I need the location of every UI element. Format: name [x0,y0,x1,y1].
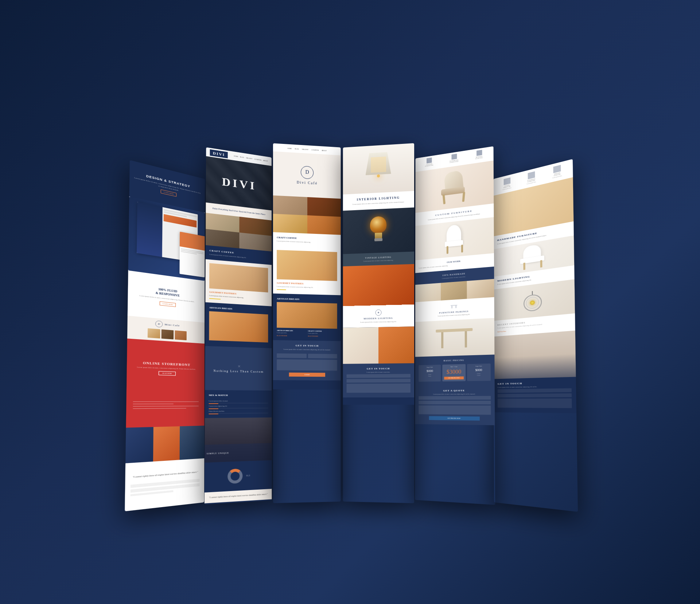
p4-contact-input-1[interactable] [346,374,410,378]
panel-5-furniture: CUSTOMFURNITURE HANDMADEFURNITURE MODERN… [415,146,495,505]
p2-simply-title: Nothing Less Than Custom [214,369,264,374]
p2-chart-section: 91.5 [205,460,272,493]
p3-input-email[interactable] [308,354,337,358]
p1-store-btn[interactable]: READ MORE [159,371,176,376]
p3-nav-gallery[interactable]: GALLERY [302,148,308,150]
p5-get-quote-section: GET A QUOTE Lorem ipsum dolor sit amet c… [415,384,495,425]
p5-gq-btn[interactable]: GET PRICING NOW [429,416,480,421]
panel-1-strategy: DESIGN & STRATEGY Lorem ipsum dolor sit … [125,160,205,511]
p5-table-img [415,318,495,357]
p5-table-leg-1 [441,332,443,348]
p3-af-title-1: ARTISAN BREADS [277,330,306,332]
p4-bulb-neck [374,232,382,238]
p2-photo-3 [206,229,239,248]
p2-form-label: GET IN TOUCH [208,503,268,505]
p6-icon-1 [503,177,510,185]
p3-nav-blog[interactable]: BLOG [295,148,299,150]
p5-pc-btn[interactable]: GET PRICING NOW [444,376,464,380]
p2-chart-label: 91.5 [246,474,250,476]
p6-interior-img [494,330,576,379]
p4-contact-textarea[interactable] [346,384,410,393]
svg-rect-3 [451,306,452,309]
p2-mix-item-2: Consectetur adipiscing elit [209,404,268,408]
p1-images-row [125,425,204,463]
p5-pc-feature-4: Feature [469,374,489,376]
p5-table-shape [436,324,472,351]
p4-lamp-bulb [377,174,380,177]
p6-git-input-1[interactable] [498,388,572,393]
p3-nav-home[interactable]: HOME [287,147,292,149]
p1-lines-section [126,396,204,428]
p3-input-name[interactable] [277,353,306,358]
p5-pc-price-2: $3000 [444,368,464,375]
p3-submit-btn[interactable]: SUBMIT [289,373,325,377]
p6-git-input-2[interactable] [498,393,572,398]
p2-nav-about[interactable]: ABOUT [263,160,268,162]
p5-chair-leg-1 [442,194,445,204]
p3-artisan-col-1: ARTISAN BREADS Lorem ipsum dolor. READ F… [277,330,306,337]
svg-point-1 [377,312,379,313]
p3-artisan-footer: ARTISAN BREADS Lorem ipsum dolor. READ F… [277,330,337,338]
p3-yellow-bar [277,289,286,290]
p1-line-2 [133,404,174,404]
showcase-container: DESIGN & STRATEGY Lorem ipsum dolor sit … [135,102,565,502]
p3-artisan-col-2: CRAFT COFFEE Lorem ipsum dolor. READ FOR… [308,330,337,337]
p3-cafe-name: Divi Café [297,180,318,185]
p2-artisan-section: ARTISAN BREADS [205,302,272,348]
p5-icon-shape-1 [427,157,432,163]
p6-git-text: Lorem ipsum dolor sit amet consectetur a… [498,385,572,388]
p5-icon-label-3: MODERNLIGHTING [475,156,483,160]
p3-af-text-1: Lorem ipsum dolor. [277,332,306,334]
p3-textarea[interactable] [277,359,337,370]
p5-white-chair-shape [443,224,464,254]
p6-pendant-bulb [530,300,535,305]
p1-resp-btn[interactable]: LEARN MORE [160,301,176,307]
p1-img-1 [125,427,153,463]
p6-get-in-touch: GET IN TOUCH Lorem ipsum dolor sit amet … [494,377,576,413]
p6-git-title: GET IN TOUCH [498,381,572,385]
p4-contact-input-2[interactable] [346,379,410,383]
panel-3-cafe: HOME BLOG GALLERY LOCATION ABOUT D Divi … [273,143,341,503]
panel-4-lighting: INTERIOR LIGHTING Lorem ipsum dolor sit … [343,143,414,503]
p4-contact-title: GET IN TOUCH [346,367,410,370]
p4-bulb-base [374,238,382,241]
p5-gq-input-1[interactable] [419,396,491,400]
p3-nav-location[interactable]: LOCATION [311,149,319,151]
p2-hero: DIVI [206,156,272,211]
p3-hero: D Divi Café [273,151,341,199]
p4-lamp-shape [366,152,391,186]
p3-af-link-1[interactable]: READ FOR MORE [277,335,306,337]
panel-2-divi: DIVI HOME BLOG GALLERY LOCATION ABOUT DI… [205,147,272,505]
p5-price-cards: Single Table $000 Feature Feature Table … [419,364,491,382]
p3-artisan-section: ARTISAN BREADS ARTISAN BREADS Lorem ipsu… [273,294,341,341]
p6-git-textarea[interactable] [498,399,572,408]
p3-af-link-2[interactable]: READ FOR MORE [308,336,337,337]
p5-pc-label-1: Single Table [420,366,439,368]
p2-yellow-line [209,298,221,299]
p2-simply-section: ✕ Nothing Less Than Custom [205,346,272,391]
p3-photo-2 [307,197,341,217]
p5-pc-label-3: Single Table [469,365,489,367]
p6-icon-col-1: CUSTOMFURNITURE Lorem ipsum dolor. [502,177,512,191]
p4-bottom-img-1 [343,327,378,364]
p5-gq-input-2[interactable] [419,401,491,404]
p2-nav-gallery[interactable]: GALLERY [246,157,252,160]
p3-pastry-text: Lorem ipsum dolor sit amet consectetur a… [277,285,337,289]
p3-art-title: ARTISAN BREADS [277,297,337,302]
p2-pastry-img [209,263,268,293]
p2-nav-location[interactable]: LOCATION [254,158,261,161]
p3-photo-1 [273,195,307,215]
p5-nav-icon-2: HANDMADEFURNITURE [450,153,458,164]
p5-price-card-2-featured: Table + Chair $3000 GET PRICING NOW [443,364,466,381]
p5-gq-textarea[interactable] [419,405,491,415]
p3-photo-4 [307,215,341,235]
p5-product-3 [467,279,494,299]
p5-nav-icon-3: MODERNLIGHTING [475,150,483,160]
p2-nav-home[interactable]: HOME [234,155,238,158]
p6-pendant-wire [532,291,533,294]
p2-mix-item-1: Lorem ipsum dolor sit amet [209,399,268,403]
p2-nav-blog[interactable]: BLOG [240,156,244,158]
p3-nav-about[interactable]: ABOUT [322,149,327,152]
p1-quote-section: "I cannot rightly know all engine latest… [125,458,204,511]
p4-bulb-section [343,207,414,254]
